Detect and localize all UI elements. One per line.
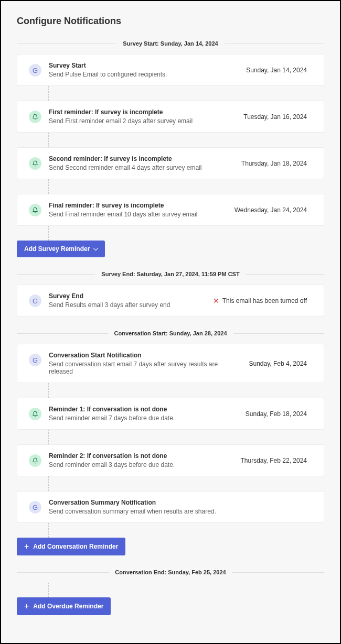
glint-icon: G [29,64,41,77]
timeline-connector [48,523,324,538]
card-title: Reminder 2: If conversation is not done [49,452,233,460]
card-title: First reminder: If survey is incomplete [49,108,236,116]
card-description: Send reminder email 3 days before due da… [49,461,233,468]
card-description: Send Pulse Email to configured recipient… [49,71,239,78]
notification-card[interactable]: GSurvey StartSend Pulse Email to configu… [17,54,324,86]
section-divider: Survey End: Saturday, Jan 27, 2024, 11:5… [17,271,324,277]
card-title: Survey End [49,292,206,300]
button-label: Add Survey Reminder [24,245,90,253]
divider-label: Survey End: Saturday, Jan 27, 2024, 11:5… [95,271,246,277]
card-title: Conversation Start Notification [49,352,241,359]
notification-card[interactable]: Reminder 2: If conversation is not doneS… [17,444,324,476]
bell-icon [32,457,38,464]
notification-card[interactable]: GConversation Summary NotificationSend c… [17,491,324,523]
card-description: Send conversation start email 7 days aft… [49,361,241,375]
button-label: Add Conversation Reminder [33,543,118,550]
notification-card[interactable]: Reminder 1: If conversation is not doneS… [17,398,324,430]
timeline-connector [48,430,324,444]
add-overdue-reminder-button[interactable]: +Add Overdue Reminder [17,597,111,615]
card-title: Conversation Summary Notification [49,499,314,506]
timeline-connector [48,133,324,147]
card-description: Send First reminder email 2 days after s… [49,117,236,125]
card-date: Thursday, Jan 18, 2024 [241,160,314,167]
bell-icon [32,207,38,213]
card-title: Second reminder: If survey is incomplete [49,155,234,162]
bell-icon [29,204,41,216]
divider-label: Survey Start: Sunday, Jan 14, 2024 [116,40,224,47]
card-date: Thursday, Feb 22, 2024 [240,457,314,464]
card-date: Sunday, Feb 18, 2024 [246,410,314,418]
card-title: Reminder 1: If conversation is not done [49,406,238,413]
plus-icon: + [24,602,29,610]
section-divider: Survey Start: Sunday, Jan 14, 2024 [17,40,324,47]
timeline-connector [48,583,324,597]
section-divider: Conversation Start: Sunday, Jan 28, 2024 [17,330,324,336]
bell-icon [32,411,38,417]
off-label: This email has been turned off [222,297,307,304]
plus-icon: + [24,542,29,551]
timeline-connector [48,86,324,101]
glint-icon: G [29,294,41,307]
notification-card[interactable]: GConversation Start NotificationSend con… [17,344,324,383]
timeline-connector [48,383,324,398]
card-description: Send Final reminder email 10 days after … [49,211,227,218]
card-date: Sunday, Jan 14, 2024 [246,67,314,74]
page-title: Configure Notifications [17,16,324,27]
email-off-status: ✕This email has been turned off [213,297,314,304]
glint-icon: G [29,354,41,366]
card-description: Send conversation summary email when res… [49,508,314,515]
card-date: Wednesday, Jan 24, 2024 [235,206,314,214]
notification-card[interactable]: Final reminder: If survey is incompleteS… [17,194,324,226]
add-conversation-reminder-button[interactable]: +Add Conversation Reminder [17,538,125,555]
bell-icon [29,454,41,467]
timeline-connector [48,226,324,241]
card-date: Tuesday, Jan 16, 2024 [243,113,314,121]
bell-icon [32,160,38,167]
divider-label: Conversation End: Sunday, Feb 25, 2024 [109,569,232,575]
bell-icon [29,111,41,123]
section-divider: Conversation End: Sunday, Feb 25, 2024 [17,569,324,575]
notification-card[interactable]: First reminder: If survey is incompleteS… [17,101,324,133]
card-title: Final reminder: If survey is incomplete [49,202,227,209]
card-date: Sunday, Feb 4, 2024 [249,360,314,367]
button-label: Add Overdue Reminder [33,603,103,610]
timeline-connector [48,476,324,491]
notification-card[interactable]: GSurvey EndSend Results email 3 days aft… [17,285,324,316]
timeline-connector [48,179,324,194]
bell-icon [29,408,41,420]
glint-icon: G [29,501,41,514]
divider-label: Conversation Start: Sunday, Jan 28, 2024 [108,330,233,336]
close-icon: ✕ [213,297,219,304]
add-survey-reminder-button[interactable]: Add Survey Reminder [17,241,105,257]
bell-icon [29,157,41,170]
card-description: Send Second reminder email 4 days after … [49,164,234,171]
notification-card[interactable]: Second reminder: If survey is incomplete… [17,147,324,179]
bell-icon [32,114,38,120]
card-title: Survey Start [49,62,239,69]
card-description: Send reminder email 7 days before due da… [49,414,238,422]
card-description: Send Results email 3 days after survey e… [49,301,206,309]
